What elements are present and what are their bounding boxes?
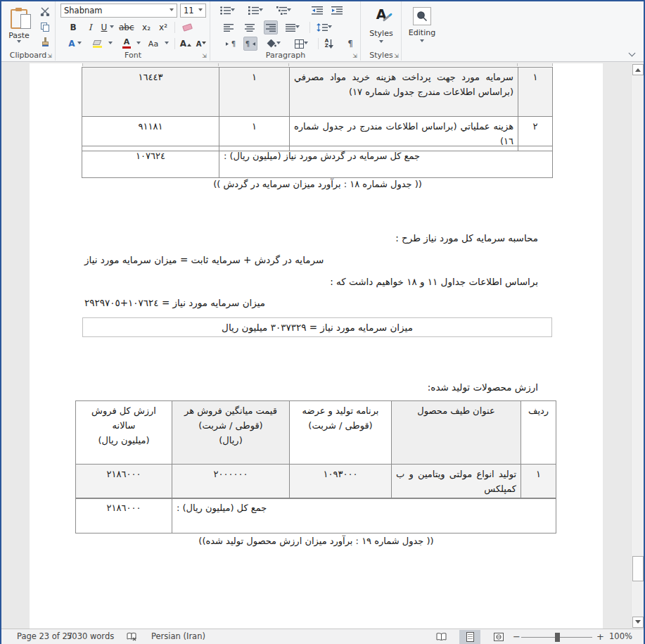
document-page[interactable]: ١ سرمایه مورد جهت پرداخت هزینه خرید مواد… [30, 63, 603, 629]
read-mode-button[interactable] [430, 630, 452, 644]
row-number-cell[interactable]: ١ [518, 68, 553, 117]
format-painter-button[interactable] [37, 35, 53, 49]
document-area: ١ سرمایه مورد جهت پرداخت هزینه خرید مواد… [0, 63, 632, 629]
cut-button[interactable] [37, 4, 53, 18]
multilevel-list-icon [276, 6, 287, 15]
total-value-cell[interactable]: ٢١٨٦٠٠٠ [76, 465, 172, 499]
rtl-direction-button[interactable]: ¶ [243, 37, 257, 51]
font-size-combo[interactable]: 11 [180, 4, 206, 18]
styles-icon: A [376, 6, 387, 26]
grow-font-button[interactable]: A [179, 37, 193, 51]
zoom-percentage[interactable]: 100% [609, 631, 632, 641]
cut-table-row-sliver [82, 63, 553, 66]
show-paragraph-marks-button[interactable]: ¶ [343, 37, 357, 51]
header-row: ردیف عنوان طیف محصول برنامه تولید و عرضه… [76, 401, 556, 465]
font-dialog-launcher[interactable]: ⇲ [202, 53, 207, 59]
strikethrough-button[interactable]: abc [118, 20, 135, 34]
heading-total-capital[interactable]: محاسبه سرمایه کل مورد نیاز طرح : [395, 232, 538, 244]
paste-button[interactable]: Paste [4, 3, 34, 51]
multilevel-list-button[interactable] [276, 4, 292, 18]
price-value-cell[interactable]: ٢٠٠٠٠٠٠ [172, 465, 290, 499]
proofing-status-button[interactable] [127, 632, 137, 643]
scroll-down-button[interactable] [632, 617, 644, 628]
zoom-slider-thumb[interactable] [555, 633, 560, 642]
working-capital-sum-table: جمع کل سرمایه در گردش مورد نیاز (میلیون … [82, 146, 553, 178]
superscript-button[interactable]: x² [156, 20, 170, 34]
word-count[interactable]: 5030 words [67, 631, 114, 641]
language-indicator[interactable]: Persian (Iran) [151, 631, 205, 641]
font-color-dropdown[interactable] [135, 37, 142, 51]
align-left-button[interactable] [222, 20, 236, 34]
justify-button[interactable] [285, 20, 300, 34]
change-case-dropdown[interactable] [163, 37, 170, 51]
print-layout-button[interactable] [459, 630, 480, 644]
zoom-out-button[interactable]: − [513, 631, 521, 642]
line-spacing-button[interactable] [316, 20, 333, 34]
highlight-button[interactable] [90, 37, 104, 51]
clipboard-dialog-launcher[interactable]: ⇲ [47, 53, 52, 59]
qty-cell[interactable]: ١ [219, 68, 290, 117]
styles-dropdown-chevron-icon [379, 40, 383, 45]
sum-value-cell[interactable]: ٢١٨٦٠٠٠ [76, 498, 172, 533]
vertical-scrollbar[interactable] [631, 63, 644, 629]
highlighter-icon [93, 40, 102, 48]
basis-line[interactable]: براساس اطلاعات جداول ١١ و ١٨ خواهیم داشت… [330, 276, 538, 287]
page-indicator[interactable]: Page 23 of 27 [17, 631, 72, 641]
sum-label-cell[interactable]: جمع کل (میلیون ریال) : [172, 498, 556, 533]
shrink-font-button[interactable]: A [194, 37, 208, 51]
read-mode-icon [436, 633, 447, 641]
align-right-button[interactable] [264, 20, 278, 34]
copy-button[interactable] [37, 20, 53, 34]
data-row: ١ تولید انواع مولتی ویتامین و ب کمپلکس ١… [76, 465, 556, 499]
zoom-in-button[interactable]: + [596, 631, 604, 642]
increase-indent-button[interactable] [330, 4, 344, 18]
plan-value-cell[interactable]: ١٠٩٣٠٠٠ [290, 465, 392, 499]
styles-button[interactable]: A Styles [364, 2, 399, 49]
header-total-sales[interactable]: ارزش کل فروش سالانه (میلیون ریال) [76, 401, 172, 465]
underline-dropdown[interactable] [108, 20, 115, 34]
font-size-dropdown-icon [198, 8, 203, 13]
capital-calc-line[interactable]: میزان سرمایه مورد نیاز = ١٠٧٦٢٤+٢٩٢٩٧٠٥ [84, 297, 265, 308]
decrease-indent-button[interactable] [310, 4, 324, 18]
product-title-cell[interactable]: تولید انواع مولتی ویتامین و ب کمپلکس [392, 465, 521, 499]
italic-button[interactable]: I [83, 20, 97, 34]
scrollbar-thumb[interactable] [632, 556, 644, 581]
web-layout-button[interactable] [488, 630, 509, 644]
align-center-button[interactable] [243, 20, 257, 34]
table18-caption[interactable]: (( جدول شماره ١٨ : برآورد میزان سرمایه د… [82, 179, 553, 189]
row-number-cell[interactable]: ١ [521, 465, 556, 499]
editing-button[interactable]: Editing [404, 2, 440, 49]
sort-button[interactable]: AZ [322, 37, 336, 51]
borders-button[interactable] [294, 37, 309, 51]
description-cell[interactable]: سرمایه مورد جهت پرداخت هزینه خرید مواد م… [290, 68, 518, 117]
sum-value-cell[interactable]: ١٠٧٦٢٤ [82, 146, 219, 178]
header-average-price[interactable]: قیمت میانگین فروش هر (قوطی / شربت) (ریال… [172, 401, 290, 465]
header-row-number[interactable]: ردیف [521, 401, 556, 465]
clear-formatting-button[interactable] [180, 20, 194, 34]
font-color-button[interactable]: A [120, 37, 134, 51]
font-name-combo[interactable]: Shabnam [60, 4, 177, 18]
value-cell[interactable]: ١٦٤٤٣ [82, 68, 219, 117]
bold-button[interactable]: B [66, 20, 80, 34]
change-case-button[interactable]: Aa [146, 37, 160, 51]
product-value-table: ردیف عنوان طیف محصول برنامه تولید و عرضه… [75, 400, 556, 499]
scroll-up-button[interactable] [632, 64, 644, 75]
capital-result-box[interactable]: میزان سرمایه مورد نیاز = ٣٠٣٧٣٢٩ میلیون … [82, 317, 552, 337]
heading-product-value[interactable]: ارزش محصولات تولید شده: [428, 381, 538, 393]
ltr-direction-button[interactable]: ¶ [224, 37, 238, 51]
shading-button[interactable] [266, 37, 281, 51]
header-production-plan[interactable]: برنامه تولید و عرضه (قوطی / شربت) [290, 401, 392, 465]
capital-formula-line[interactable]: سرمایه در گردش + سرمایه ثابت = میزان سرم… [84, 254, 324, 265]
sum-label-cell[interactable]: جمع کل سرمایه در گردش مورد نیاز (میلیون … [219, 146, 553, 178]
highlight-dropdown[interactable] [107, 37, 114, 51]
subscript-button[interactable]: x₂ [139, 20, 153, 34]
table19-caption[interactable]: (( جدول شماره ١٩ : برآورد میزان ارزش محص… [76, 536, 556, 546]
text-effects-dropdown[interactable] [76, 37, 83, 51]
numbering-button[interactable] [248, 4, 264, 18]
styles-dialog-launcher[interactable]: ⇲ [394, 53, 399, 59]
bullets-button[interactable] [219, 4, 236, 18]
clipboard-group: Paste Clipboard ⇲ [1, 0, 56, 61]
collapse-ribbon-button[interactable] [629, 51, 635, 57]
header-product-title[interactable]: عنوان طیف محصول [392, 401, 521, 465]
paragraph-dialog-launcher[interactable]: ⇲ [352, 53, 357, 59]
